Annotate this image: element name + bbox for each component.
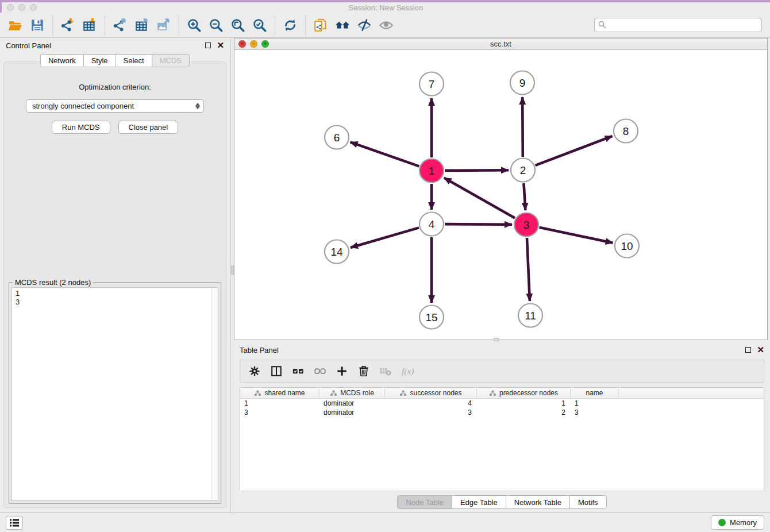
network-graph-canvas[interactable]: 7968124314101511 — [234, 50, 766, 340]
graph-edge-2-9[interactable] — [522, 97, 523, 157]
column-header-successor-nodes[interactable]: successor nodes — [385, 388, 477, 398]
mcds-panel: Optimization criterion: strongly connect… — [3, 61, 226, 508]
graph-node-8[interactable]: 8 — [614, 119, 638, 143]
criterion-select[interactable]: strongly connected component — [26, 99, 204, 113]
network-close-button[interactable]: × — [238, 40, 246, 48]
vertical-splitter-handle[interactable] — [231, 265, 234, 275]
table-panel-header: Table Panel ✕ — [234, 342, 770, 357]
zoom-in-icon — [187, 18, 202, 33]
graph-node-label: 6 — [334, 132, 340, 144]
zoom-fit-button[interactable] — [227, 15, 249, 36]
column-header-shared-name[interactable]: shared name — [240, 388, 319, 398]
horizontal-splitter-handle[interactable] — [494, 338, 499, 341]
graph-node-label: 4 — [429, 218, 435, 230]
zoom-out-button[interactable] — [205, 15, 227, 36]
column-header-predecessor-nodes[interactable]: predecessor nodes — [477, 388, 571, 398]
column-type-icon — [330, 390, 337, 397]
delete-table-button — [376, 361, 395, 381]
tab-style[interactable]: Style — [83, 54, 116, 67]
tab-node-table[interactable]: Node Table — [397, 495, 452, 509]
float-table-panel-icon[interactable] — [745, 347, 751, 353]
graph-edge-4-3[interactable] — [445, 224, 512, 225]
graph-node-9[interactable]: 9 — [510, 71, 534, 95]
tab-select[interactable]: Select — [116, 54, 152, 67]
memory-button[interactable]: Memory — [711, 515, 764, 530]
export-image-button[interactable] — [153, 15, 175, 36]
table-settings-button[interactable] — [245, 361, 264, 381]
graph-node-1[interactable]: 1 — [419, 159, 444, 183]
save-session-button[interactable] — [26, 15, 48, 36]
graph-edge-3-1[interactable] — [444, 178, 515, 218]
column-header-name[interactable]: name — [571, 388, 619, 398]
close-panel-button[interactable]: Close panel — [118, 121, 179, 134]
graph-node-3[interactable]: 3 — [514, 213, 538, 237]
export-table-button[interactable] — [131, 15, 153, 36]
graph-node-14[interactable]: 14 — [325, 240, 349, 264]
zoom-out-icon — [209, 18, 224, 33]
graph-edge-4-14[interactable] — [351, 228, 419, 248]
run-mcds-button[interactable]: Run MCDS — [52, 121, 110, 134]
graph-node-4[interactable]: 4 — [419, 213, 444, 236]
graph-node-7[interactable]: 7 — [419, 72, 444, 96]
zoom-in-button[interactable] — [183, 15, 205, 36]
status-bar: Memory — [0, 512, 770, 532]
toolbar-group — [109, 15, 175, 36]
table-cell: 3 — [385, 408, 477, 417]
graph-edge-3-10[interactable] — [540, 228, 613, 243]
table-cell: dominator — [319, 399, 385, 408]
add-column-button[interactable] — [332, 361, 352, 381]
deselect-all-rows-button[interactable] — [310, 361, 330, 381]
vertical-splitter[interactable] — [230, 38, 234, 512]
graph-node-2[interactable]: 2 — [511, 159, 535, 182]
table-panel: Table Panel ✕ f(x) shared nameMCDS roles… — [234, 342, 770, 512]
tab-edge-table[interactable]: Edge Table — [452, 495, 506, 509]
import-table-button[interactable] — [79, 15, 101, 36]
toolbar-separator — [305, 16, 306, 35]
table-cell: 4 — [385, 399, 477, 408]
graph-edge-1-6[interactable] — [351, 142, 419, 166]
zoom-selected-button[interactable] — [249, 15, 271, 36]
tab-mcds[interactable]: MCDS — [152, 54, 190, 67]
column-chooser-button[interactable] — [267, 361, 286, 381]
graph-node-11[interactable]: 11 — [518, 304, 542, 327]
graph-node-6[interactable]: 6 — [325, 126, 349, 149]
import-network-button[interactable] — [57, 15, 79, 36]
hide-annotations-button[interactable] — [353, 15, 375, 36]
horizontal-splitter[interactable] — [234, 340, 770, 342]
export-network-button[interactable] — [109, 15, 131, 36]
table-panel-title: Table Panel — [240, 346, 279, 354]
graph-edge-2-8[interactable] — [536, 136, 613, 165]
graph-node-15[interactable]: 15 — [419, 306, 444, 329]
graph-node-10[interactable]: 10 — [615, 234, 639, 258]
copy-view-button[interactable] — [310, 15, 332, 36]
graph-edge-3-11[interactable] — [527, 238, 530, 301]
tab-motifs[interactable]: Motifs — [569, 495, 607, 509]
float-panel-icon[interactable] — [205, 43, 211, 48]
close-panel-icon[interactable]: ✕ — [217, 43, 224, 48]
mcds-result-text[interactable]: 1 3 — [11, 287, 218, 501]
select-all-rows-button[interactable] — [288, 361, 308, 381]
refresh-icon — [283, 18, 298, 33]
graph-edge-1-2[interactable] — [445, 170, 509, 171]
tab-network-table[interactable]: Network Table — [506, 495, 569, 509]
tab-network[interactable]: Network — [40, 54, 83, 67]
table-row[interactable]: 1dominator411 — [240, 399, 764, 408]
open-session-button[interactable] — [5, 15, 26, 36]
task-history-button[interactable] — [6, 516, 23, 530]
refresh-button[interactable] — [279, 15, 301, 36]
network-maximize-button[interactable]: + — [261, 40, 269, 48]
copy-network-icon — [313, 18, 328, 33]
search-input[interactable] — [594, 18, 762, 32]
close-table-panel-icon[interactable]: ✕ — [757, 347, 764, 353]
column-header-MCDS-role[interactable]: MCDS role — [319, 388, 385, 398]
graph-edge-2-3[interactable] — [523, 183, 525, 210]
delete-column-button[interactable] — [354, 361, 374, 381]
column-header-label: MCDS role — [340, 389, 374, 397]
home-button[interactable] — [332, 15, 353, 36]
show-view-button[interactable] — [375, 15, 397, 36]
node-table: shared nameMCDS rolesuccessor nodesprede… — [240, 387, 764, 491]
table-row[interactable]: 3dominator323 — [240, 408, 764, 417]
result-scrollbar[interactable] — [211, 288, 218, 500]
column-header-label: successor nodes — [410, 389, 461, 397]
network-minimize-button[interactable]: − — [250, 40, 257, 48]
